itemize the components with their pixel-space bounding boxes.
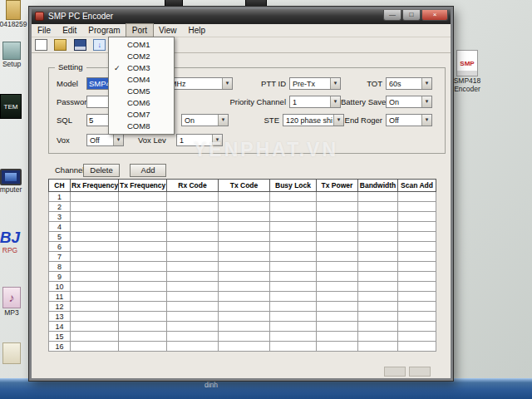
vox-combo[interactable]: Off ▼: [86, 134, 124, 146]
table-cell[interactable]: [219, 222, 270, 232]
table-cell[interactable]: [270, 272, 317, 282]
menu-item-com2[interactable]: COM2: [109, 51, 174, 62]
battery-save-combo[interactable]: On ▼: [386, 96, 432, 108]
table-cell[interactable]: [219, 272, 270, 282]
maximize-button[interactable]: □: [402, 10, 421, 21]
table-cell[interactable]: [219, 332, 270, 342]
open-folder-icon[interactable]: [54, 39, 66, 51]
priority-channel-combo[interactable]: 1 ▼: [289, 96, 341, 108]
read-from-radio-icon[interactable]: ↓: [93, 39, 106, 51]
chevron-down-icon[interactable]: ▼: [421, 115, 431, 126]
inactive-button-1[interactable]: [384, 367, 406, 377]
table-cell[interactable]: [398, 282, 436, 292]
table-cell[interactable]: [317, 262, 358, 272]
table-cell[interactable]: [119, 262, 167, 272]
channel-number-cell[interactable]: 12: [49, 302, 71, 312]
chevron-down-icon[interactable]: ▼: [333, 115, 343, 126]
table-cell[interactable]: [358, 302, 398, 312]
minimize-button[interactable]: —: [383, 10, 401, 21]
close-button[interactable]: ×: [421, 10, 448, 21]
channel-number-cell[interactable]: 5: [49, 232, 71, 242]
table-cell[interactable]: [317, 222, 358, 232]
table-cell[interactable]: [119, 292, 167, 302]
table-cell[interactable]: [270, 342, 317, 352]
table-cell[interactable]: [398, 192, 436, 202]
chevron-down-icon[interactable]: ▼: [113, 135, 123, 145]
table-cell[interactable]: [167, 252, 219, 262]
vox-level-combo[interactable]: 1 ▼: [176, 134, 223, 146]
table-cell[interactable]: [119, 212, 167, 222]
table-cell[interactable]: [71, 292, 119, 302]
menu-item-com5[interactable]: COM5: [109, 86, 174, 97]
menu-file[interactable]: File: [32, 24, 57, 37]
table-cell[interactable]: [270, 242, 317, 252]
title-bar[interactable]: SMP PC Encoder — □ ×: [32, 9, 451, 24]
channel-number-cell[interactable]: 6: [49, 242, 71, 252]
table-cell[interactable]: [358, 192, 398, 202]
table-cell[interactable]: [71, 202, 119, 212]
table-cell[interactable]: [167, 262, 219, 272]
new-document-icon[interactable]: [35, 39, 47, 51]
delete-button[interactable]: Delete: [83, 164, 120, 177]
channel-number-cell[interactable]: 9: [49, 272, 71, 282]
desktop-icon-bj[interactable]: BJ RPG: [0, 229, 28, 254]
menu-port[interactable]: Port: [126, 24, 153, 37]
desktop-icon-folder[interactable]: 0418259: [0, 0, 32, 28]
table-cell[interactable]: [219, 192, 270, 202]
chevron-down-icon[interactable]: ▼: [421, 78, 431, 89]
table-cell[interactable]: [119, 222, 167, 232]
covered-combo[interactable]: On ▼: [181, 114, 229, 126]
table-cell[interactable]: [219, 242, 270, 252]
table-cell[interactable]: [167, 292, 219, 302]
table-cell[interactable]: [71, 242, 119, 252]
ptt-id-combo[interactable]: Pre-Tx ▼: [289, 77, 341, 90]
table-cell[interactable]: [398, 222, 436, 232]
table-cell[interactable]: [219, 322, 270, 332]
table-cell[interactable]: [398, 232, 436, 242]
table-cell[interactable]: [167, 242, 219, 252]
table-cell[interactable]: [317, 252, 358, 262]
table-cell[interactable]: [270, 312, 317, 322]
table-cell[interactable]: [71, 312, 119, 322]
table-cell[interactable]: [398, 312, 436, 322]
menu-item-com7[interactable]: COM7: [109, 109, 174, 121]
table-cell[interactable]: [71, 252, 119, 262]
menu-help[interactable]: Help: [183, 24, 212, 37]
menu-item-com1[interactable]: COM1: [109, 39, 174, 51]
table-cell[interactable]: [219, 282, 270, 292]
channel-number-cell[interactable]: 4: [49, 222, 71, 232]
menu-item-com8[interactable]: COM8: [109, 121, 174, 132]
table-cell[interactable]: [167, 202, 219, 212]
table-cell[interactable]: [398, 302, 436, 312]
table-cell[interactable]: [317, 272, 358, 282]
table-cell[interactable]: [71, 332, 119, 342]
table-cell[interactable]: [358, 252, 398, 262]
table-cell[interactable]: [398, 202, 436, 212]
table-cell[interactable]: [71, 262, 119, 272]
menu-program[interactable]: Program: [82, 24, 126, 37]
table-cell[interactable]: [358, 332, 398, 342]
table-cell[interactable]: [398, 342, 436, 352]
table-cell[interactable]: [167, 312, 219, 322]
table-cell[interactable]: [398, 322, 436, 332]
table-cell[interactable]: [317, 202, 358, 212]
table-cell[interactable]: [358, 312, 398, 322]
table-cell[interactable]: [358, 342, 398, 352]
channel-number-cell[interactable]: 1: [49, 192, 71, 202]
table-cell[interactable]: [317, 342, 358, 352]
table-cell[interactable]: [119, 232, 167, 242]
save-icon[interactable]: [74, 39, 86, 51]
channel-number-cell[interactable]: 11: [49, 292, 71, 302]
table-cell[interactable]: [270, 202, 317, 212]
table-cell[interactable]: [358, 282, 398, 292]
table-cell[interactable]: [167, 342, 219, 352]
table-cell[interactable]: [358, 222, 398, 232]
chevron-down-icon[interactable]: ▼: [222, 78, 232, 89]
table-cell[interactable]: [71, 212, 119, 222]
table-cell[interactable]: [358, 292, 398, 302]
table-cell[interactable]: [71, 222, 119, 232]
table-cell[interactable]: [358, 242, 398, 252]
table-cell[interactable]: [219, 252, 270, 262]
table-cell[interactable]: [270, 332, 317, 342]
table-cell[interactable]: [270, 222, 317, 232]
